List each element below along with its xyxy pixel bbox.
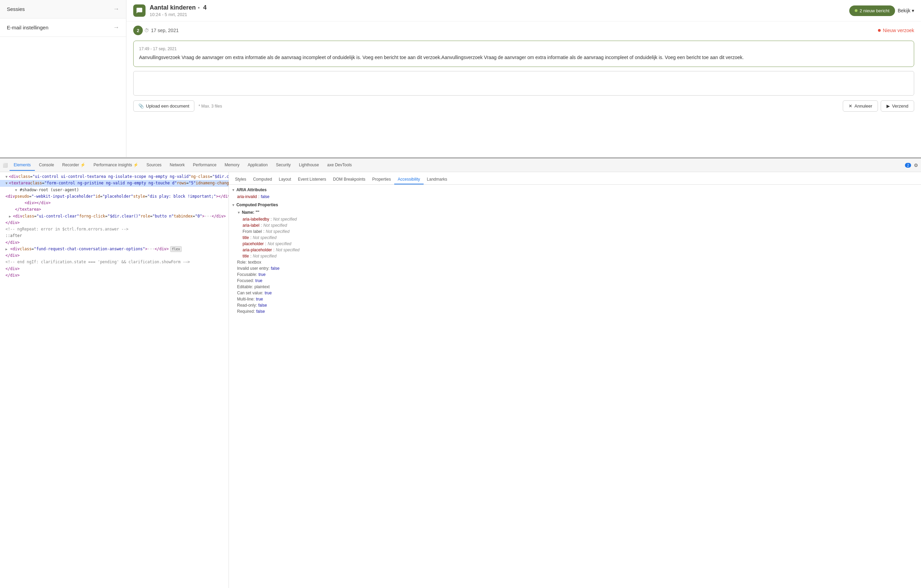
code-line: <div></div> (0, 200, 229, 206)
role-row: Role: textbox (232, 259, 918, 265)
flex-badge: flex (170, 246, 182, 252)
multi-line-row: Multi-line: true (232, 296, 918, 302)
tab-sources[interactable]: Sources (142, 160, 166, 171)
reply-textarea[interactable] (133, 71, 914, 96)
multi-line-value: true (256, 297, 263, 302)
settings-icon[interactable]: ⚙ (914, 162, 918, 168)
tab-performance-insights[interactable]: Performance insights ⚡ (89, 160, 142, 171)
code-panel: ▼ <div class="ui-control ui-control-text… (0, 172, 229, 588)
chat-title-group: Aantal kinderen • 4 10:24 - 5 mrt, 2021 (150, 4, 207, 17)
code-line: ::after (0, 232, 229, 239)
upload-button[interactable]: 📎 Upload een document (133, 101, 194, 112)
bekijk-button[interactable]: Bekijk ▾ (898, 8, 914, 13)
message-text: Aanvullingsverzoek Vraag de aanvrager om… (139, 54, 908, 61)
aria-labelledby-row: aria-labelledby : Not specified (232, 216, 918, 222)
aria-invalid-row: aria-invalid : false (232, 193, 918, 200)
code-line: </div> (0, 272, 229, 279)
focusable-key: Focusable: (237, 272, 257, 277)
tab-recorder[interactable]: Recorder ⚡ (58, 160, 89, 171)
tab-performance[interactable]: Performance (189, 160, 221, 171)
clock-icon: ⏱ (144, 28, 149, 33)
accessibility-tab-label: Accessibility (398, 177, 420, 182)
sidebar-label-sessies: Sessies (7, 6, 25, 12)
name-subsection-header[interactable]: ▼ Name: "" (232, 209, 918, 216)
tab-security[interactable]: Security (272, 160, 295, 171)
triangle-icon[interactable]: ▼ (5, 174, 8, 179)
panel-tabs: Styles Computed Layout Event Listeners D… (229, 175, 921, 185)
tab-axe[interactable]: axe DevTools (323, 160, 356, 171)
tab-memory[interactable]: Memory (221, 160, 244, 171)
send-icon: ▶ (887, 104, 890, 109)
triangle-icon[interactable]: ▶ (5, 247, 9, 252)
chat-area: Aantal kinderen • 4 10:24 - 5 mrt, 2021 … (126, 0, 921, 157)
tab-computed[interactable]: Computed (250, 175, 275, 184)
bekijk-label: Bekijk (898, 8, 910, 13)
new-message-button[interactable]: 2 nieuw bericht (849, 5, 895, 16)
tab-accessibility[interactable]: Accessibility (394, 175, 423, 184)
triangle-icon[interactable]: ▶ (9, 214, 11, 219)
tab-network[interactable]: Network (166, 160, 189, 171)
tab-console[interactable]: Console (35, 160, 58, 171)
new-request-label: Nieuw verzoek (883, 28, 914, 33)
sidebar-arrow-email: → (113, 24, 119, 31)
aria-label-key: aria-label (242, 223, 259, 228)
paperclip-icon: 📎 (138, 104, 144, 109)
computed-properties-section: ▼ Computed Properties ▼ Name: "" aria-la… (232, 201, 918, 315)
annuleer-button[interactable]: ✕ Annuleer (843, 101, 878, 112)
title-key-1: title (242, 235, 249, 240)
triangle-icon[interactable]: ▼ (5, 180, 8, 186)
required-row: Required: false (232, 309, 918, 315)
network-tab-label: Network (170, 162, 185, 167)
date-row: 2 ⏱ 17 sep, 2021 Nieuw verzoek (133, 21, 914, 38)
landmarks-tab-label: Landmarks (427, 177, 447, 182)
date-badge: 2 ⏱ 17 sep, 2021 (133, 26, 179, 35)
role-value: textbox (248, 260, 261, 265)
verzend-button[interactable]: ▶ Verzend (881, 101, 914, 112)
code-line: ▼ #shadow-root (user-agent) (0, 187, 229, 193)
tab-styles[interactable]: Styles (232, 175, 250, 184)
focusable-value: true (259, 272, 266, 277)
triangle-icon[interactable]: ▼ (15, 187, 18, 193)
title-row-1: title : Not specified (232, 235, 918, 241)
tab-properties[interactable]: Properties (369, 175, 395, 184)
tab-application[interactable]: Application (244, 160, 272, 171)
code-line: </textarea> (0, 206, 229, 213)
code-line: ▶ <div class="fund-request-chat-conversa… (0, 246, 229, 252)
message-timestamp: 17:49 - 17 sep, 2021 (139, 46, 908, 51)
new-message-label: 2 nieuw bericht (859, 8, 889, 13)
annuleer-label: Annuleer (854, 104, 872, 109)
from-label-row: From label : Not specified (232, 229, 918, 235)
aria-label-row: aria-label : Not specified (232, 222, 918, 229)
can-set-value-key: Can set value: (237, 291, 264, 296)
chat-title: Aantal kinderen (150, 4, 196, 11)
tab-elements[interactable]: Elements (10, 160, 35, 171)
tab-lighthouse[interactable]: Lighthouse (295, 160, 323, 171)
chat-icon (133, 5, 145, 17)
code-line: <!-- ngRepeat: error in $ctrl.form.error… (0, 226, 229, 232)
placeholder-row: placeholder : Not specified (232, 241, 918, 247)
new-request-badge: Nieuw verzoek (878, 28, 914, 33)
event-listeners-tab-label: Event Listeners (298, 177, 326, 182)
axe-tab-label: axe DevTools (327, 162, 352, 167)
read-only-value: false (258, 303, 267, 308)
aria-attributes-header[interactable]: ▼ ARIA Attributes (232, 186, 918, 193)
sidebar-item-email[interactable]: E-mail instellingen → (0, 18, 126, 37)
aria-attributes-title: ARIA Attributes (236, 187, 267, 192)
computed-properties-header[interactable]: ▼ Computed Properties (232, 201, 918, 209)
invalid-user-entry-row: Invalid user entry: false (232, 265, 918, 271)
invalid-user-entry-value: false (271, 266, 280, 271)
sidebar-item-sessies[interactable]: Sessies → (0, 0, 126, 18)
tab-layout[interactable]: Layout (275, 175, 295, 184)
multi-line-key: Multi-line: (237, 297, 254, 302)
editable-key: Editable: (237, 284, 253, 289)
accessibility-panel: ▼ ARIA Attributes aria-invalid : false ▼ (229, 186, 921, 315)
tab-landmarks[interactable]: Landmarks (424, 175, 451, 184)
tab-dom-breakpoints[interactable]: DOM Breakpoints (330, 175, 369, 184)
devtools-icon[interactable]: ⬜ (3, 163, 10, 168)
memory-tab-label: Memory (225, 162, 239, 167)
styles-tab-label: Styles (235, 177, 246, 182)
aria-attributes-section: ▼ ARIA Attributes aria-invalid : false (232, 186, 918, 200)
tab-event-listeners[interactable]: Event Listeners (295, 175, 330, 184)
performance-tab-label: Performance (193, 162, 216, 167)
message-date: 17 sep, 2021 (151, 28, 179, 33)
